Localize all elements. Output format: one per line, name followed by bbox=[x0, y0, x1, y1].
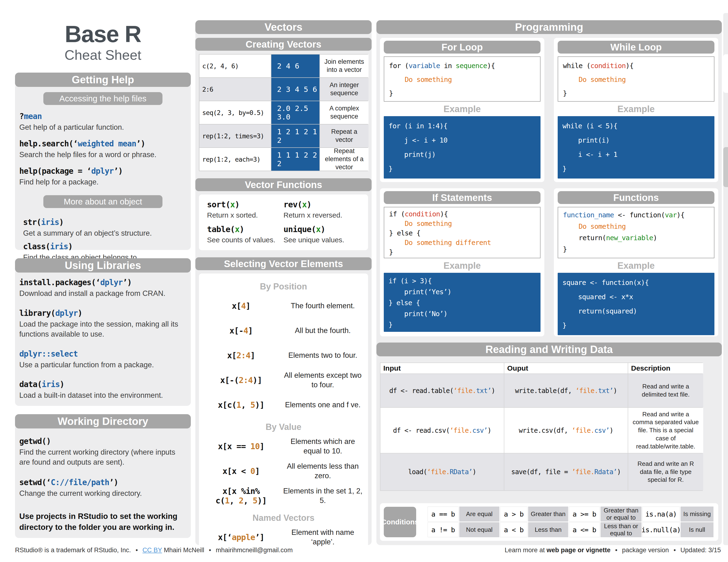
section-panel: getwd() Find the current working directo… bbox=[15, 425, 191, 538]
condition-label: Are equal bbox=[459, 507, 499, 522]
function-entry: rev(x) Return x reversed. bbox=[283, 200, 360, 219]
cell-result: 1 1 1 2 2 2 bbox=[271, 148, 319, 171]
code-snippet: x[‘apple’] bbox=[202, 532, 280, 542]
help-entry: help.search(‘weighted mean’) Search the … bbox=[19, 139, 187, 160]
cell-input-code: df <- read.csv(‘file.csv’) bbox=[380, 408, 504, 453]
code-snippet: sort(x) bbox=[207, 200, 283, 209]
for-loop-example: for (i in 1:4){ j <- i + 10 print(j)} bbox=[384, 116, 541, 179]
help-entry: help(package = ‘dplyr’) Find help for a … bbox=[19, 166, 187, 187]
code-snippet: x[2:4] bbox=[202, 350, 280, 360]
cell-description: Join elements into a vector bbox=[320, 55, 369, 77]
if-statements-header: If Statements bbox=[384, 191, 541, 204]
code-snippet: class(iris) bbox=[23, 242, 187, 251]
code-snippet: library(dplyr) bbox=[19, 308, 187, 318]
code-description: All elements except two to four. bbox=[280, 371, 365, 390]
condition-label: Is null bbox=[681, 522, 713, 537]
list-item: x[2:4] Elements two to four. bbox=[202, 343, 365, 368]
function-example: square <- function(x){ squared <- x*x re… bbox=[558, 273, 714, 335]
loops-row: For Loop for (variable in sequence){ Do … bbox=[380, 38, 718, 182]
functions-header: Functions bbox=[558, 191, 714, 204]
code-snippet: x[x < 0] bbox=[202, 466, 280, 476]
group-label-by-value: By Value bbox=[202, 422, 365, 432]
example-label: Example bbox=[384, 104, 541, 114]
cell-description: Read and write a comma separated value f… bbox=[628, 408, 703, 453]
code-description: Use a particular function from a package… bbox=[19, 360, 187, 370]
vector-functions-header: Vector Functions bbox=[195, 178, 372, 191]
code-snippet: install.packages(‘dplyr’) bbox=[19, 278, 187, 287]
cc-by-link[interactable]: CC BY bbox=[142, 547, 162, 554]
code-description: Load the package into the session, makin… bbox=[19, 319, 187, 339]
condition-code: is.na(a) bbox=[642, 507, 680, 522]
sheet-title: Base R bbox=[15, 22, 191, 46]
while-loop-example: while (i < 5){ print(i) i <- i + 1} bbox=[558, 116, 714, 179]
programming-header: Programming bbox=[376, 20, 722, 34]
while-loop-panel: While Loop while (condition){ Do somethi… bbox=[554, 38, 718, 182]
cell-code: rep(1:2, times=3) bbox=[199, 125, 271, 147]
code-description: Return x reversed. bbox=[283, 211, 360, 219]
cell-code: 2:6 bbox=[199, 78, 271, 101]
for-loop-panel: For Loop for (variable in sequence){ Do … bbox=[380, 38, 544, 182]
code-description: Get a summary of an object’s structure. bbox=[23, 228, 187, 238]
code-snippet: getwd() bbox=[19, 436, 187, 446]
trademark-text: RStudio® is a trademark of RStudio, Inc. bbox=[15, 547, 131, 554]
condition-code: a <= b bbox=[569, 522, 600, 537]
reading-writing-table: Input Ouput Description df <- read.table… bbox=[380, 362, 703, 491]
webpage-vignette-link[interactable]: web page or vignette bbox=[546, 547, 611, 554]
example-label: Example bbox=[558, 261, 714, 271]
code-snippet: x[c(1, 5)] bbox=[202, 400, 280, 410]
cell-description: Read and write an R data file, a file ty… bbox=[628, 453, 703, 490]
if-syntax: if (condition){ Do something} else { Do … bbox=[384, 207, 541, 258]
library-entry: dplyr::select Use a particular function … bbox=[19, 349, 187, 370]
programming-column: Programming For Loop for (variable in se… bbox=[376, 20, 722, 545]
code-snippet: x[-(2:4)] bbox=[202, 375, 280, 385]
updated-text: Updated: 3/15 bbox=[680, 547, 721, 554]
condition-code: a != b bbox=[428, 522, 459, 537]
code-description: Load a built-in dataset into the environ… bbox=[19, 390, 187, 400]
separator-dot: • bbox=[136, 547, 138, 554]
example-label: Example bbox=[384, 261, 541, 271]
help-entry: ?mean Get help of a particular function. bbox=[19, 112, 187, 132]
condition-label: Less than or equal to bbox=[601, 522, 642, 537]
separator-dot: • bbox=[209, 547, 211, 554]
condition-code: a > b bbox=[500, 507, 527, 522]
condition-code: is.null(a) bbox=[642, 522, 680, 537]
page-edge-white-sliver bbox=[723, 54, 728, 93]
cell-output-code: write.table(df, ‘file.txt’) bbox=[504, 374, 628, 407]
section-header: Working Directory bbox=[15, 414, 191, 428]
section-panel: install.packages(‘dplyr’) Download and i… bbox=[15, 269, 191, 406]
code-description: Find the current working directory (wher… bbox=[19, 447, 187, 467]
condition-label: Not equal bbox=[459, 522, 499, 537]
wd-entry: getwd() Find the current working directo… bbox=[19, 436, 187, 467]
list-item: x[x < 0] All elements less than zero. bbox=[202, 459, 365, 483]
code-description: Elements which are equal to 10. bbox=[280, 437, 365, 456]
creating-vectors-header: Creating Vectors bbox=[195, 38, 372, 51]
footer-left: RStudio® is a trademark of RStudio, Inc.… bbox=[15, 547, 293, 554]
author-name: Mhairi McNeill bbox=[164, 547, 204, 554]
cell-output-code: write.csv(df, ‘file.csv’) bbox=[504, 408, 628, 453]
list-item: x[4] The fourth element. bbox=[202, 293, 365, 318]
code-description: See unique values. bbox=[283, 236, 360, 244]
for-loop-syntax: for (variable in sequence){ Do something… bbox=[384, 56, 541, 102]
list-item: x[-4] All but the fourth. bbox=[202, 318, 365, 343]
code-description: Elements one and f ve. bbox=[280, 400, 365, 410]
conditions-label: Conditions bbox=[384, 507, 416, 537]
cell-input-code: df <- read.table(‘file.txt’) bbox=[380, 374, 504, 407]
vectors-column: Vectors Creating Vectors c(2, 4, 6) 2 4 … bbox=[195, 20, 372, 545]
code-description: Get help of a particular function. bbox=[19, 122, 187, 132]
library-entry: install.packages(‘dplyr’) Download and i… bbox=[19, 278, 187, 298]
code-snippet: x[-4] bbox=[202, 326, 280, 335]
cell-output-code: save(df, file = ’file.Rdata’) bbox=[504, 453, 628, 490]
package-version-text: package version bbox=[622, 547, 669, 554]
code-description: Element with name ‘apple’. bbox=[280, 528, 365, 547]
code-snippet: help(package = ‘dplyr’) bbox=[19, 166, 187, 176]
code-snippet: help.search(‘weighted mean’) bbox=[19, 139, 187, 148]
code-description: Download and install a package from CRAN… bbox=[19, 288, 187, 298]
code-description: Elements two to four. bbox=[280, 350, 365, 360]
list-item: x[x %in%c(1, 2, 5)] Elements in the set … bbox=[202, 483, 365, 508]
cell-description: A complex sequence bbox=[320, 101, 369, 124]
code-description: Return x sorted. bbox=[207, 211, 283, 219]
cell-description: Repeat elements of a vector bbox=[320, 148, 369, 171]
base-r-cheat-sheet: Base R Cheat Sheet Getting Help Accessin… bbox=[0, 0, 728, 562]
creating-vectors-table: c(2, 4, 6) 2 4 6 Join elements into a ve… bbox=[199, 54, 368, 171]
reading-writing-header: Reading and Writing Data bbox=[376, 342, 722, 356]
